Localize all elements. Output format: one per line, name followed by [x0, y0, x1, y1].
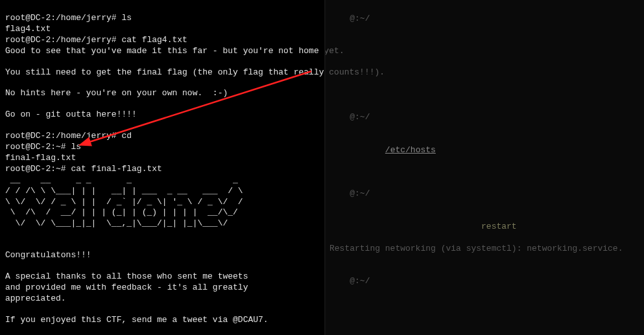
terminal-line: If you enjoyed this CTF, send me a tweet… — [5, 315, 319, 326]
terminal-line: appreciated. — [5, 294, 319, 305]
ascii-art-line: \/ \/ \___|_|_| \__,_|\___/|_| |_|\___\/ — [5, 218, 319, 229]
terminal-line: root@DC-2:/home/jerry# ls — [5, 13, 319, 24]
terminal-line — [5, 305, 319, 315]
right-prompt-line: @:~/ — [329, 265, 639, 298]
right-cmd — [360, 145, 385, 155]
right-blank — [329, 254, 639, 265]
terminal-line — [5, 240, 319, 250]
terminal-line — [5, 57, 319, 67]
right-blank — [329, 90, 639, 101]
terminal-line: root@DC-2:/home/jerry# cd — [5, 131, 319, 142]
terminal-line: Good to see that you've made it this far… — [5, 46, 319, 57]
terminal-line — [5, 121, 319, 131]
ascii-art-line: \ /\ / __/ | | | (_| | (_) | | | | __/\_… — [5, 207, 319, 218]
ascii-art-line: __ __ _ _ _ _ — [5, 175, 319, 186]
right-path-underline: /etc/hosts — [385, 145, 436, 155]
ascii-art-line: / / /\ \ \___| | | __| | ___ _ __ ___ / … — [5, 186, 319, 197]
terminal-line — [5, 229, 319, 240]
right-output-line: Restarting networking (via systemctl): n… — [329, 244, 639, 255]
left-terminal-pane[interactable]: root@DC-2:/home/jerry# ls flag4.txt root… — [0, 0, 324, 335]
terminal-line — [5, 3, 319, 13]
terminal-line — [5, 261, 319, 271]
right-terminal-pane[interactable]: @:~/ @:~/ /etc/hosts @:~/ restart Restar… — [324, 0, 644, 335]
right-path: ~/ — [360, 14, 370, 23]
terminal-line: root@DC-2:/home/jerry# cat flag4.txt — [5, 35, 319, 46]
right-prompt-line: @:~/ — [329, 3, 639, 36]
terminal-line: A special thanks to all those who sent m… — [5, 271, 319, 283]
terminal-line — [5, 78, 319, 88]
right-blank — [329, 331, 639, 335]
terminal-line: root@DC-2:~# ls — [5, 142, 319, 153]
terminal-line — [5, 99, 319, 110]
terminal-line: root@DC-2:~# cat final-flag.txt — [5, 164, 319, 175]
terminal-line: Congratulatons!!! — [5, 250, 319, 261]
right-cmd: restart — [360, 222, 517, 231]
right-cmd-line — [329, 298, 639, 331]
ascii-art-line: \ \/ \/ / _ \ | | / _` |/ _ \| '_ \ / _ … — [5, 197, 319, 208]
right-prompt-line: @:~/ — [329, 101, 639, 134]
right-blank — [329, 68, 639, 79]
right-cmd-line — [329, 36, 639, 69]
terminal-line: final-flag.txt — [5, 153, 319, 164]
terminal-line: You still need to get the final flag (th… — [5, 67, 319, 78]
terminal-line: and provided me with feedback - it's all… — [5, 283, 319, 294]
right-path: ~/ — [360, 189, 370, 198]
right-blank — [329, 167, 639, 178]
right-path: ~/ — [360, 112, 370, 122]
right-path: ~/ — [360, 276, 370, 286]
terminal-line — [5, 326, 319, 335]
right-cmd-line: /etc/hosts — [329, 134, 639, 167]
right-blank — [329, 79, 639, 90]
terminal-line: No hints here - you're on your own now. … — [5, 88, 319, 99]
terminal-line: Go on - git outta here!!!! — [5, 110, 319, 121]
right-prompt-line: @:~/ — [329, 178, 639, 211]
terminal-line: flag4.txt — [5, 24, 319, 35]
right-cmd-line: restart — [329, 211, 639, 244]
